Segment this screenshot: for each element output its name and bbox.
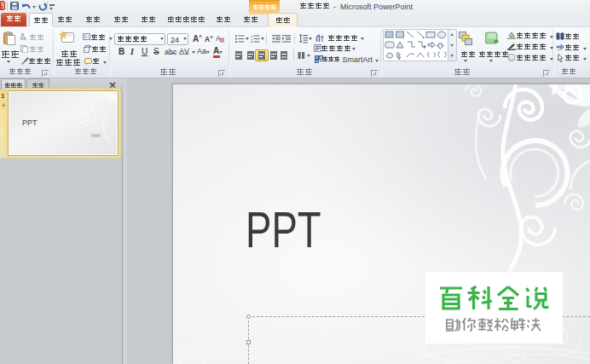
- svg-text:1: 1: [251, 35, 253, 38]
- svg-text:2: 2: [251, 39, 253, 43]
- svg-text:PPT: PPT: [22, 118, 38, 127]
